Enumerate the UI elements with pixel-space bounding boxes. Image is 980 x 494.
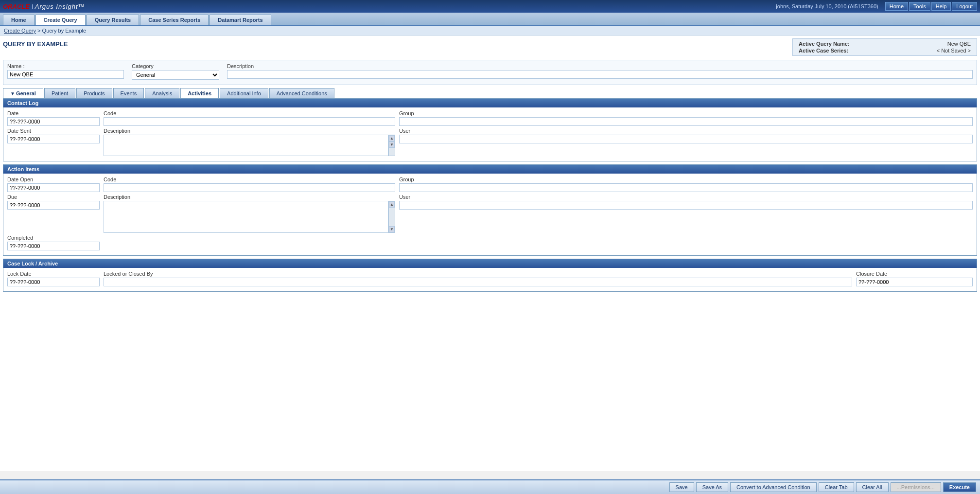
breadcrumb-current: Query by Example: [42, 28, 86, 34]
aq-series-label: Active Case Series:: [799, 48, 850, 53]
cl-code-input[interactable]: [104, 117, 395, 126]
cl-desc-scroll-wrap: ▲ ▼: [104, 135, 395, 156]
ai-group-label: Group: [399, 176, 973, 182]
subtab-products[interactable]: Products: [76, 88, 112, 98]
cl2-closure-label: Closure Date: [856, 271, 973, 277]
aq-series-value: < Not Saved >: [937, 48, 971, 53]
ai-group-input[interactable]: [399, 183, 973, 192]
contact-log-header: Contact Log: [3, 99, 977, 107]
sub-tabs: ▼General Patient Products Events Analysi…: [3, 88, 977, 98]
title-row: QUERY BY EXAMPLE Active Query Name: Acti…: [3, 38, 977, 56]
cl2-closure-group: Closure Date: [856, 271, 973, 286]
form-area: Name : Category General Private Public D…: [3, 60, 977, 85]
case-lock-header: Case Lock / Archive: [3, 259, 977, 268]
aq-name-value: New QBE: [937, 41, 971, 47]
ai-dateopen-label: Date Open: [7, 176, 100, 182]
ai-completed-group: Completed: [7, 235, 100, 250]
ai-due-group: Due: [7, 194, 100, 233]
ai-due-input[interactable]: [7, 201, 100, 210]
action-items-body: Date Open Code Group Due: [3, 174, 977, 255]
action-items-header: Action Items: [3, 165, 977, 174]
cl2-lockdate-input[interactable]: [7, 278, 100, 286]
cl2-row1: Lock Date Locked or Closed By Closure Da…: [7, 271, 973, 286]
ai-user-label: User: [399, 194, 973, 200]
cl-date-input[interactable]: [7, 117, 100, 126]
subtab-activities[interactable]: Activities: [180, 88, 219, 98]
ai-scroll-up[interactable]: ▲: [389, 201, 395, 208]
tab-case-series-reports[interactable]: Case Series Reports: [140, 15, 209, 25]
argus-logo: Argus Insight™: [35, 3, 85, 10]
ai-user-input[interactable]: [399, 201, 973, 210]
subtab-analysis[interactable]: Analysis: [145, 88, 179, 98]
ai-due-label: Due: [7, 194, 100, 200]
breadcrumb-create-query[interactable]: Create Query: [4, 28, 36, 34]
cl-group-label: Group: [399, 110, 973, 116]
ai-code-group: Code: [104, 176, 395, 192]
cl-desc-label: Description: [104, 128, 395, 134]
main-nav: Home Create Query Query Results Case Ser…: [0, 13, 980, 26]
name-input[interactable]: [7, 70, 124, 79]
active-query-box: Active Query Name: Active Case Series: N…: [792, 38, 977, 56]
tab-query-results[interactable]: Query Results: [87, 15, 140, 25]
breadcrumb: Create Query > Query by Example: [0, 26, 980, 35]
cl-datesent-input[interactable]: [7, 135, 100, 143]
ai-desc-scroll-wrap: ▲ ▼: [104, 201, 395, 233]
top-bar: ORACLE | Argus Insight™ johns, Saturday …: [0, 0, 980, 13]
aq-labels: Active Query Name: Active Case Series:: [799, 41, 850, 53]
ai-row1: Date Open Code Group: [7, 176, 973, 192]
cl2-lockedby-input[interactable]: [104, 278, 852, 286]
top-help-link[interactable]: Help: [931, 2, 951, 11]
subtab-patient[interactable]: Patient: [44, 88, 75, 98]
cl2-closure-input[interactable]: [856, 278, 973, 286]
cl-date-group: Date: [7, 110, 100, 126]
top-right: johns, Saturday July 10, 2010 (AI51ST360…: [776, 2, 977, 11]
cl-date-label: Date: [7, 110, 100, 116]
ai-code-input[interactable]: [104, 183, 395, 192]
cl-scroll: ▲ ▼: [388, 135, 395, 156]
cl2-lockedby-label: Locked or Closed By: [104, 271, 852, 277]
cl-desc-group: Description ▲ ▼: [104, 128, 395, 156]
cl2-lockdate-label: Lock Date: [7, 271, 100, 277]
cl-desc-textarea[interactable]: [104, 135, 388, 156]
cl-datesent-group: Date Sent: [7, 128, 100, 156]
ai-desc-textarea[interactable]: [104, 201, 388, 233]
description-field: Description: [227, 63, 973, 80]
cl-group-input[interactable]: [399, 117, 973, 126]
action-items-panel: Action Items Date Open Code Group: [3, 164, 977, 256]
cl-scroll-down[interactable]: ▼: [389, 141, 395, 148]
cl-row2: Date Sent Description ▲ ▼ User: [7, 128, 973, 156]
aq-name-label: Active Query Name:: [799, 41, 850, 47]
cl-scroll-up[interactable]: ▲: [389, 135, 395, 141]
top-home-link[interactable]: Home: [885, 2, 908, 11]
oracle-logo: ORACLE: [3, 3, 30, 10]
pipe-sep: |: [32, 3, 33, 9]
tab-home[interactable]: Home: [3, 15, 35, 25]
ai-desc-group: Description ▲ ▼: [104, 194, 395, 233]
cl-datesent-label: Date Sent: [7, 128, 100, 134]
name-field: Name :: [7, 63, 124, 80]
page-title: QUERY BY EXAMPLE: [3, 38, 68, 50]
cl-code-label: Code: [104, 110, 395, 116]
subtab-events[interactable]: Events: [113, 88, 144, 98]
tab-create-query[interactable]: Create Query: [35, 15, 86, 25]
ai-completed-input[interactable]: [7, 242, 100, 250]
cl-user-input[interactable]: [399, 135, 973, 143]
category-select[interactable]: General Private Public: [132, 70, 219, 80]
subtab-advanced-conditions[interactable]: Advanced Conditions: [269, 88, 334, 98]
category-label: Category: [132, 63, 219, 69]
ai-scroll-down[interactable]: ▼: [389, 226, 395, 232]
ai-desc-label: Description: [104, 194, 395, 200]
subtab-additional-info[interactable]: Additional Info: [220, 88, 268, 98]
tab-datamart-reports[interactable]: Datamart Reports: [210, 15, 271, 25]
top-logout-link[interactable]: Logout: [952, 2, 977, 11]
subtab-general[interactable]: ▼General: [3, 88, 43, 98]
top-tools-link[interactable]: Tools: [909, 2, 930, 11]
ai-dateopen-input[interactable]: [7, 183, 100, 192]
user-info: johns, Saturday July 10, 2010 (AI51ST360…: [776, 3, 878, 9]
case-lock-body: Lock Date Locked or Closed By Closure Da…: [3, 268, 977, 291]
ai-code-label: Code: [104, 176, 395, 182]
cl-group-group: Group: [399, 110, 973, 126]
description-input[interactable]: [227, 70, 973, 79]
ai-group-group: Group: [399, 176, 973, 192]
name-label: Name :: [7, 63, 124, 69]
